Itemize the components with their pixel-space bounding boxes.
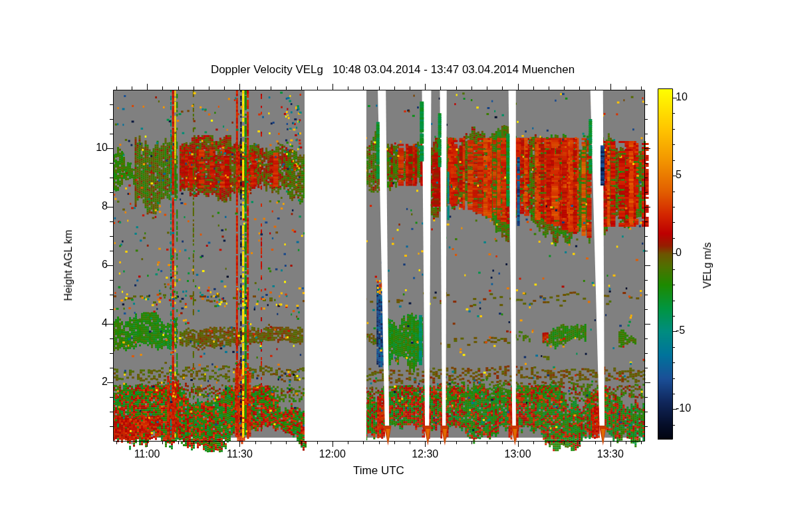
y-tick-label: 8 (74, 200, 108, 212)
colorbar-tick-label: -5 (676, 325, 706, 336)
chart-title: Doppler Velocity VELg 10:48 03.04.2014 -… (113, 63, 672, 76)
y-tick-label: 2 (74, 376, 108, 388)
heatmap-canvas (0, 0, 798, 532)
x-tick-label: 12:00 (309, 448, 356, 460)
y-tick-label: 6 (74, 259, 108, 271)
x-tick-label: 11:00 (124, 448, 170, 460)
colorbar-tick-label: -10 (676, 402, 706, 414)
y-tick-label: 10 (74, 142, 108, 154)
x-axis-label: Time UTC (113, 464, 644, 477)
x-tick-label: 11:30 (216, 448, 263, 460)
colorbar-tick-label: 0 (676, 247, 706, 259)
x-tick-label: 13:30 (587, 448, 634, 460)
colorbar-tick-label: 10 (676, 91, 706, 103)
x-tick-label: 13:00 (495, 448, 541, 460)
y-axis-label: Height AGL km (63, 229, 74, 301)
x-tick-label: 12:30 (402, 448, 448, 460)
y-tick-label: 4 (74, 317, 108, 329)
colorbar-tick-label: 5 (676, 169, 706, 181)
doppler-velocity-figure: Doppler Velocity VELg 10:48 03.04.2014 -… (0, 0, 798, 532)
